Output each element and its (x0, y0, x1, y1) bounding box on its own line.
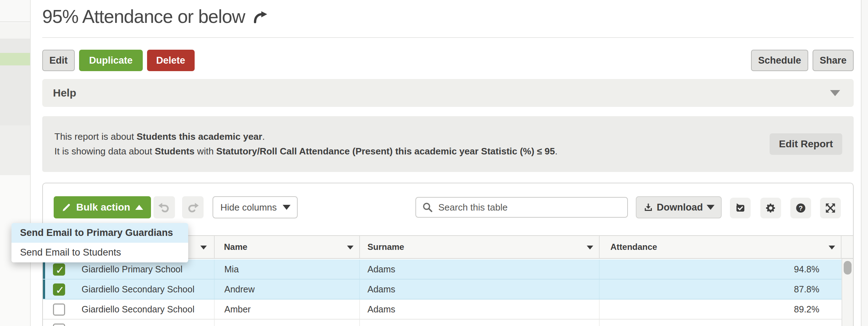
caret-down-icon (829, 246, 835, 250)
cell-attendance: 87.8% (600, 280, 830, 299)
edit-button[interactable]: Edit (42, 50, 75, 71)
cell-surname: Adams (360, 300, 600, 319)
download-button[interactable]: Download (636, 196, 722, 218)
settings-button[interactable] (760, 198, 781, 218)
delete-button[interactable]: Delete (147, 50, 195, 71)
duplicate-button[interactable]: Duplicate (79, 50, 143, 71)
column-header-surname[interactable]: Surname (360, 236, 600, 258)
column-header-attendance[interactable]: Attendance (600, 236, 842, 258)
chevron-down-icon (830, 90, 840, 96)
fullscreen-button[interactable] (820, 198, 841, 218)
cell-name: Andrew (215, 280, 360, 299)
report-summary: This report is about Students this acade… (42, 116, 854, 172)
column-header-name[interactable]: Name (215, 236, 360, 258)
caret-down-icon (347, 246, 353, 250)
row-checkbox[interactable] (53, 323, 65, 326)
table-search (415, 197, 628, 218)
row-checkbox[interactable] (53, 303, 65, 316)
svg-text:?: ? (799, 204, 803, 212)
caret-down-icon (587, 246, 593, 250)
table-row[interactable] (43, 320, 853, 326)
cell-surname: Adams (360, 280, 600, 299)
undo-button[interactable] (153, 196, 175, 218)
table-scrollbar-thumb[interactable] (844, 261, 852, 275)
cell-attendance: 94.8% (600, 260, 830, 279)
check-badge-button[interactable] (730, 198, 751, 218)
schedule-button[interactable]: Schedule (751, 50, 808, 71)
table-row[interactable]: Giardiello Secondary School Andrew Adams… (43, 280, 853, 300)
table-body: Giardiello Primary School Mia Adams 94.8… (43, 260, 853, 326)
sidebar (0, 0, 31, 326)
cell-school: Giardiello Secondary School (82, 284, 194, 295)
cell-name (215, 320, 360, 326)
table-scrollbar[interactable] (842, 259, 853, 326)
table-search-input[interactable] (438, 198, 627, 217)
cell-attendance (600, 320, 830, 326)
cell-school: Giardiello Primary School (82, 264, 182, 275)
cell-name: Mia (215, 260, 360, 279)
caret-down-icon (200, 246, 207, 250)
table-row[interactable]: Giardiello Secondary School Amber Adams … (43, 300, 853, 320)
undo-icon (158, 201, 171, 214)
edit-report-button[interactable]: Edit Report (770, 133, 842, 155)
cell-surname (360, 320, 600, 326)
bulk-menu-item[interactable]: Send Email to Primary Guardians (11, 223, 188, 243)
sidebar-section-top (0, 0, 30, 22)
redo-icon (186, 201, 199, 214)
check-badge-icon (735, 202, 746, 214)
cell-school: Giardiello Secondary School (82, 304, 194, 315)
caret-down-icon (283, 205, 291, 210)
row-checkbox[interactable] (53, 263, 65, 276)
sidebar-item[interactable] (0, 39, 30, 53)
help-label: Help (53, 87, 76, 99)
help-accordion[interactable]: Help (42, 79, 854, 107)
page-scrollbar[interactable] (861, 0, 868, 326)
sidebar-item[interactable] (0, 23, 30, 39)
pencil-icon (62, 203, 71, 212)
gear-icon (765, 202, 776, 214)
sidebar-item[interactable] (0, 65, 30, 125)
caret-down-icon (707, 205, 715, 210)
bulk-menu-item[interactable]: Send Email to Students (11, 243, 188, 262)
column-header-spacer (842, 236, 852, 258)
download-icon (643, 202, 653, 212)
hide-columns-button[interactable]: Hide columns (213, 196, 298, 218)
summary-line-1: This report is about Students this acade… (54, 129, 557, 144)
summary-line-2: It is showing data about Students with S… (54, 144, 557, 159)
cell-attendance: 89.2% (600, 300, 830, 319)
share-button[interactable]: Share (813, 50, 854, 71)
bulk-action-menu: Send Email to Primary GuardiansSend Emai… (11, 223, 188, 262)
page-title: 95% Attendance or below (42, 6, 245, 27)
search-icon (422, 202, 433, 213)
cell-name: Amber (215, 300, 360, 319)
external-link-icon[interactable] (253, 10, 268, 25)
row-checkbox[interactable] (53, 283, 65, 296)
cell-surname: Adams (360, 260, 600, 279)
redo-button[interactable] (182, 196, 204, 218)
bulk-action-button[interactable]: Bulk action (54, 196, 151, 218)
app-window: 95% Attendance or below Edit Duplicate D… (0, 0, 868, 326)
sidebar-section (0, 125, 30, 175)
question-circle-icon: ? (795, 202, 806, 214)
help-button[interactable]: ? (790, 198, 811, 218)
sidebar-item-active[interactable] (0, 53, 30, 65)
expand-arrows-icon (825, 202, 836, 214)
caret-up-icon (135, 205, 143, 210)
divider (42, 37, 854, 38)
table-row[interactable]: Giardiello Primary School Mia Adams 94.8… (43, 260, 853, 280)
